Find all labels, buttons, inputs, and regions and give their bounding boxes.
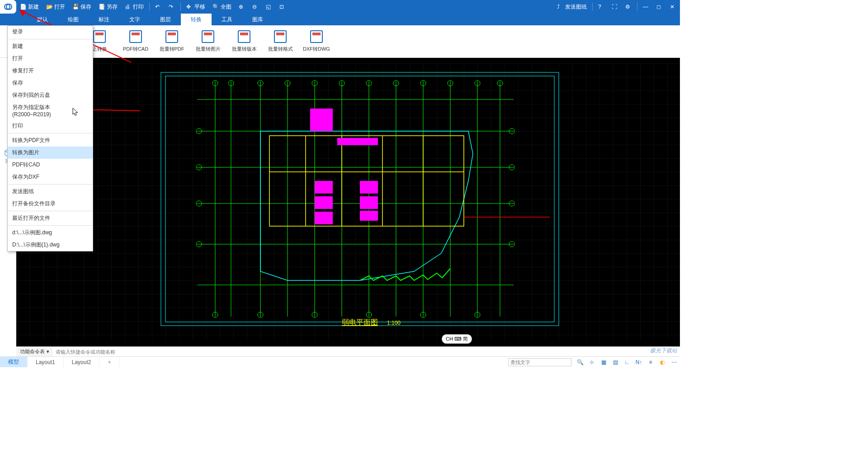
bottom-bar: 模型 Layout1 Layout2 + 🔍 ⊹ ▦ ▤ ∟ N↑ ≡ ◐ ⋯ [0,356,680,367]
help-button[interactable]: ? [594,0,608,14]
ribbon-label: DXF转DWG [303,46,330,52]
ribbon-batch-pdf[interactable]: 批量转PDF [154,25,190,57]
save-button[interactable]: 💾保存 [69,0,95,14]
separator [592,3,593,11]
menu-recent-file-2[interactable]: D:\...\示例图(1).dwg [8,239,93,251]
menu-separator [8,211,93,211]
app-logo[interactable] [0,0,16,14]
menu-login[interactable]: 登录 [8,26,93,38]
magnify-icon: 🔍 [212,4,219,10]
saveas-button[interactable]: 📑另存 [95,0,121,14]
status-north[interactable]: N↑ [633,357,645,367]
layout-tab-add[interactable]: + [99,357,119,367]
open-button[interactable]: 📂打开 [42,0,69,14]
zoom-extent-button[interactable]: ⊡ [276,0,289,14]
menu-to-pdf[interactable]: 转换为PDF文件 [8,134,93,147]
layout-tab-1[interactable]: Layout1 [28,357,64,367]
tab-convert[interactable]: 转换 [181,14,212,25]
layout-tab-model[interactable]: 模型 [0,357,28,367]
tab-library[interactable]: 图库 [242,14,273,25]
zoom-out-button[interactable]: ⊖ [249,0,262,14]
close-button[interactable]: ✕ [666,0,680,14]
status-snap[interactable]: ⊹ [586,357,598,367]
find-text-input[interactable] [508,358,571,366]
redo-icon: ↷ [169,4,175,10]
maximize-button[interactable]: ◻ [653,0,666,14]
status-grid2[interactable]: ▤ [609,357,621,367]
tab-draw[interactable]: 绘图 [58,14,89,25]
status-linetype[interactable]: ≡ [645,357,656,367]
fullscreen-button[interactable]: ⛶ [608,0,622,14]
separator [149,3,150,11]
tab-layer[interactable]: 图层 [150,14,181,25]
menu-to-image[interactable]: 转换为图片 [8,147,93,159]
open-label: 打开 [54,3,65,11]
menu-recent-file-1[interactable]: d:\...\示例图.dwg [8,227,93,239]
ribbon-label: 批量转版本 [232,46,257,52]
app-menu-dropdown: 登录 新建 打开 修复打开 保存 保存到我的云盘 另存为指定版本(R2000~R… [7,25,93,251]
grid2-icon: ▤ [613,359,618,365]
ribbon-dxf-dwg[interactable]: DXF转DWG [298,25,335,57]
zoom-in-icon: ⊕ [239,4,245,10]
ribbon-label: 批量转PDF [160,46,184,52]
menu-new[interactable]: 新建 [8,40,93,52]
menu-pdf-to-cad[interactable]: PDF转CAD [8,159,93,171]
status-grid[interactable]: ▦ [598,357,609,367]
send-drawing-button[interactable]: ⤴发送图纸 [553,0,590,14]
undo-button[interactable]: ↶ [151,0,165,14]
menu-recent-files[interactable]: 最近打开的文件 [8,212,93,224]
print-icon: 🖨 [125,4,131,10]
pan-button[interactable]: ✥平移 [183,0,209,14]
zoom-in-button[interactable]: ⊕ [235,0,249,14]
ribbon-batch-version[interactable]: 批量转版本 [226,25,262,57]
ribbon-batch-image[interactable]: 批量转图片 [190,25,226,57]
menu-tabs: 默认 绘图 标注 文字 图层 转换 工具 图库 [0,14,680,25]
new-button[interactable]: 📄新建 [16,0,42,14]
svg-rect-62 [360,196,378,209]
zoom-button[interactable]: 🔍全图 [209,0,235,14]
more-icon: ⋯ [671,359,677,365]
drawing-canvas-wrap: 3D [0,58,680,346]
search-button[interactable]: 🔍 [574,357,586,367]
zoom-extent-icon: ⊡ [279,4,286,10]
menu-repair-open[interactable]: 修复打开 [8,65,93,77]
redo-button[interactable]: ↷ [165,0,179,14]
ime-badge[interactable]: CH ⌨ 简 [442,334,472,344]
menu-open-backup[interactable]: 打开备份文件目录 [8,198,93,210]
menu-separator [8,225,93,226]
status-color[interactable]: ◐ [656,357,668,367]
saveas-icon: 📑 [99,4,105,10]
drawing-canvas[interactable]: 弱电平面图 1:100 [16,58,680,346]
line-icon: ≡ [649,359,652,365]
separator [180,3,181,11]
command-label[interactable]: 功能命令表▾ [16,347,53,356]
send-label: 发送图纸 [565,3,587,11]
minimize-button[interactable]: — [639,0,653,14]
menu-save-dxf[interactable]: 保存为DXF [8,171,93,183]
close-icon: ✕ [670,4,676,10]
menu-save-cloud[interactable]: 保存到我的云盘 [8,89,93,101]
zoom-window-button[interactable]: ◱ [262,0,276,14]
tab-text[interactable]: 文字 [119,14,150,25]
cursor-pointer-icon [72,108,79,116]
status-more[interactable]: ⋯ [668,357,680,367]
layout-tab-2[interactable]: Layout2 [64,357,100,367]
menu-open[interactable]: 打开 [8,52,93,65]
ribbon-batch-format[interactable]: 批量转格式 [262,25,298,57]
tab-tools[interactable]: 工具 [212,14,242,25]
menu-separator [8,39,93,39]
menu-save[interactable]: 保存 [8,77,93,89]
command-input[interactable] [53,349,680,355]
status-ortho[interactable]: ∟ [621,357,633,367]
palette-icon: ◐ [660,359,665,365]
menu-send-drawing[interactable]: 发送图纸 [8,185,93,198]
settings-button[interactable]: ⚙ [622,0,635,14]
print-button[interactable]: 🖨打印 [121,0,147,14]
upload-icon: ⤴ [557,4,563,10]
menu-saveas-version[interactable]: 另存为指定版本(R2000~R2019) [8,101,93,120]
tab-annotation[interactable]: 标注 [89,14,119,25]
ribbon-pdf-to-cad[interactable]: PDF转CAD [118,25,154,57]
new-label: 新建 [28,3,39,11]
tab-default[interactable]: 默认 [27,14,58,25]
menu-print[interactable]: 打印 [8,120,93,132]
